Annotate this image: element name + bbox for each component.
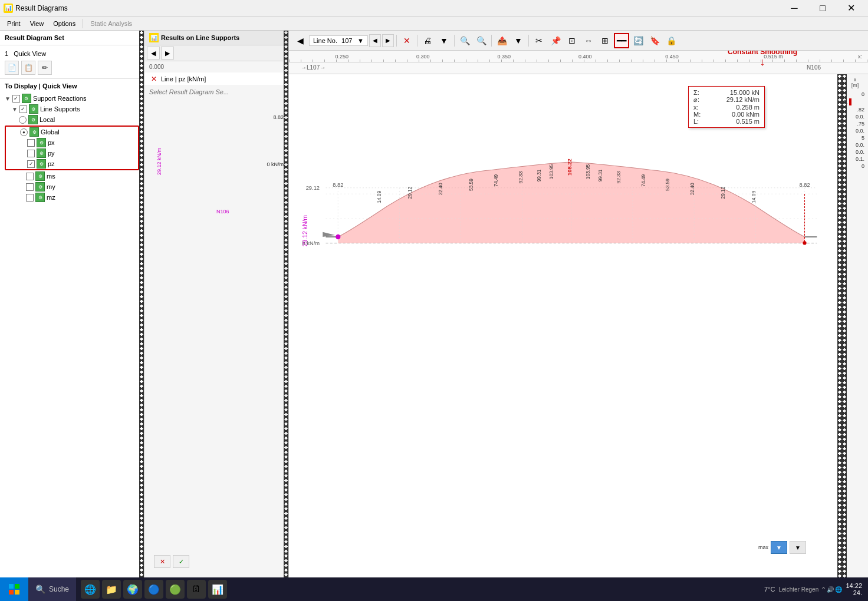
export-options-button[interactable]: ▼ [511,33,526,48]
taskbar-app-1[interactable]: 🌐 [81,580,100,599]
svg-text:108.22: 108.22 [567,158,573,176]
print-button[interactable]: 🖨 [420,33,435,48]
taskbar-search[interactable]: 🔍 Suche [28,577,76,601]
filter-max-button[interactable]: ▼ [771,541,787,554]
line-item[interactable]: ✕ Line | pz [kN/m] [144,72,288,86]
right-col-val-4: .75 [843,121,867,127]
pz-label: pz [48,160,55,167]
zoom-width-button[interactable]: ↔ [581,33,596,48]
print-options-button[interactable]: ▼ [436,33,452,48]
minimize-button[interactable]: ─ [781,0,808,16]
zoom-fit-button[interactable]: ⊡ [564,33,580,48]
panel-collapse-button[interactable]: ◀ [292,33,308,48]
avg-value: 29.12 kN/m [726,96,760,104]
edit-diagram-button[interactable]: ✏ [38,61,52,75]
pz-item[interactable]: ⚙ pz [6,158,138,169]
support-reactions-checkbox[interactable] [12,95,20,103]
system-tray-icons: ^ 🔊 🌐 [822,586,842,593]
line-supports-item[interactable]: ▼ ⚙ Line Supports [5,104,139,114]
px-item[interactable]: ⚙ px [6,137,138,148]
zoom-out-button[interactable]: 🔍 [457,33,472,48]
split-button[interactable]: ⊞ [597,33,613,48]
my-checkbox[interactable] [26,183,34,191]
zero-value-label: 0 kN/m [267,161,284,167]
check-action-button[interactable]: ✓ [173,555,189,568]
py-icon: ⚙ [37,148,46,158]
scissors-button[interactable]: ✂ [531,33,547,48]
svg-text:14.09: 14.09 [751,191,757,203]
py-checkbox[interactable] [27,150,35,157]
result-set-section: 1 Quick View 📄 📋 ✏ [0,45,144,79]
taskbar-app-2[interactable]: 📁 [102,580,121,599]
max-label: max [758,544,768,550]
ms-checkbox[interactable] [26,173,34,180]
middle-panel: 📊 Results on Line Supports ◀ ▶ 0.000 ✕ L… [144,31,289,577]
cancel-toolbar-button[interactable]: ✕ [399,33,415,48]
right-col-val-9: 0.1. [843,156,867,162]
line-supports-checkbox[interactable] [19,105,27,113]
py-item[interactable]: ⚙ py [6,148,138,158]
taskbar-app-4[interactable]: 🔵 [144,580,163,599]
right-col-val-2: .82 [843,107,867,113]
taskbar-system-icons: 7°C Leichter Regen ^ 🔊 🌐 14:22 24. [764,582,868,596]
global-radio[interactable] [20,128,28,136]
middle-panel-title: Results on Line Supports [161,34,239,41]
svg-text:29.12: 29.12 [407,186,413,199]
nav-right-button[interactable]: ▶ [161,47,174,60]
result-set-name: Quick View [14,50,46,57]
new-diagram-button[interactable]: 📄 [5,61,19,75]
close-button[interactable]: ✕ [837,0,864,16]
svg-text:99.31: 99.31 [597,169,603,181]
search-placeholder: Suche [49,585,69,593]
pz-checkbox[interactable] [27,160,35,168]
global-item[interactable]: ⚙ Global [6,127,138,137]
local-icon: ⚙ [28,115,38,124]
mz-item[interactable]: ⚙ mz [5,192,139,203]
export-button[interactable]: 📤 [494,33,509,48]
avg-label: ⌀: [693,96,699,104]
copy-diagram-button[interactable]: 📋 [21,61,35,75]
mz-checkbox[interactable] [26,194,34,202]
close-x-icon[interactable]: ✕ [149,74,159,84]
line-prev-button[interactable]: ◀ [369,34,381,47]
px-checkbox[interactable] [27,139,35,147]
ruler-mark-400: 0.400 [578,54,592,60]
start-button[interactable] [0,577,28,601]
global-icon: ⚙ [29,127,39,137]
support-reactions-item[interactable]: ▼ ⚙ Support Reactions [5,93,139,104]
smoothing-button[interactable]: ━━ [614,33,629,48]
lock-button[interactable]: 🔒 [663,33,679,48]
my-item[interactable]: ⚙ my [5,181,139,192]
taskbar-app-icons: 🌐 📁 🌍 🔵 🟢 🗓 📊 [76,580,232,599]
line-next-button[interactable]: ▶ [382,34,394,47]
my-label: my [47,183,55,190]
svg-text:32.40: 32.40 [438,183,443,195]
taskbar-app-7[interactable]: 📊 [208,580,227,599]
taskbar-app-5[interactable]: 🟢 [166,580,185,599]
zoom-in-button[interactable]: 🔍 [474,33,489,48]
delete-action-button[interactable]: ✕ [154,555,170,568]
ms-item[interactable]: ⚙ ms [5,171,139,181]
refresh-button[interactable]: 🔄 [630,33,646,48]
pin-button[interactable]: 📌 [548,33,563,48]
menu-print[interactable]: Print [2,19,25,28]
local-label: Local [40,116,55,123]
local-radio[interactable] [19,116,27,124]
local-item[interactable]: ⚙ Local [5,114,139,125]
bookmark-button[interactable]: 🔖 [647,33,662,48]
right-col-val-6: 5 [843,135,867,141]
y-axis-label: 29.12 kN/m [156,148,162,175]
menu-view[interactable]: View [25,19,49,28]
icon-toolbar: 📄 📋 ✏ [5,61,139,75]
taskbar-app-6[interactable]: 🗓 [187,580,206,599]
global-label: Global [41,128,60,136]
line-selector[interactable]: Line No. 107 ▼ [309,35,368,46]
nav-left-button[interactable]: ◀ [147,47,160,60]
filter-min-button[interactable]: ▼ [790,541,806,554]
ruler-mark-250: 0.250 [336,54,349,60]
menu-options[interactable]: Options [48,19,80,28]
right-col-val-10: 0 [843,163,867,169]
taskbar-app-3[interactable]: 🌍 [123,580,142,599]
chart-area: 29.12 kN/m 0 kN/m 29.12 [289,74,841,577]
maximize-button[interactable]: □ [809,0,836,16]
